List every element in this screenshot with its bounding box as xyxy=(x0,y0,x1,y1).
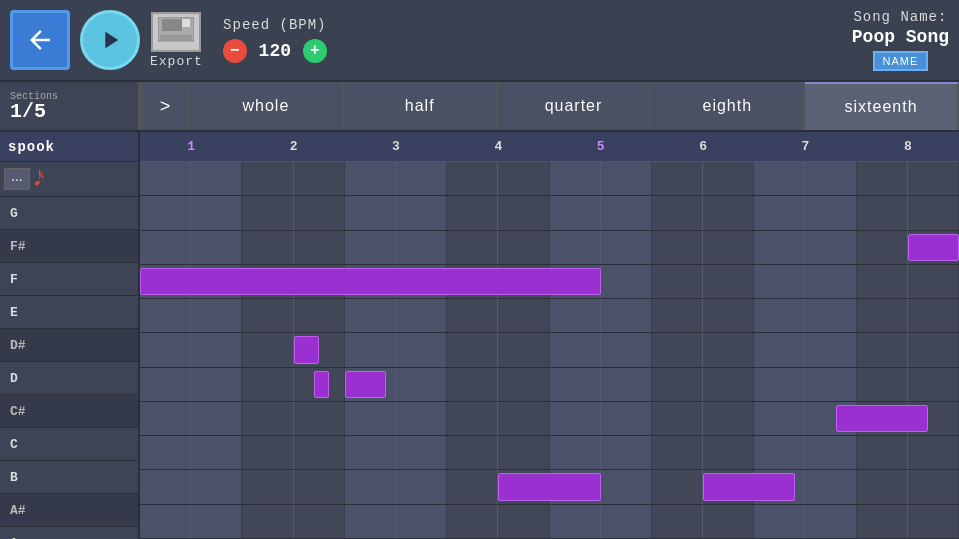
note-btn-half[interactable]: half xyxy=(344,82,498,130)
grid-cell[interactable] xyxy=(754,333,805,366)
grid-cell[interactable] xyxy=(140,162,191,195)
grid-cell[interactable] xyxy=(242,368,293,401)
grid-cell[interactable] xyxy=(601,231,652,264)
grid-cell[interactable] xyxy=(396,333,447,366)
grid-cell[interactable] xyxy=(498,505,549,538)
key-csharp[interactable]: C# xyxy=(0,395,138,428)
note-block[interactable] xyxy=(140,268,601,295)
back-button[interactable] xyxy=(10,10,70,70)
grid-cell[interactable] xyxy=(396,436,447,469)
grid-cell[interactable] xyxy=(652,196,703,229)
grid-cell[interactable] xyxy=(242,196,293,229)
grid-cell[interactable] xyxy=(754,265,805,298)
grid-row-fsharp[interactable] xyxy=(140,196,959,230)
grid-cell[interactable] xyxy=(652,368,703,401)
grid-cell[interactable] xyxy=(345,333,396,366)
track-options-button[interactable]: ··· xyxy=(4,168,30,190)
grid-cell[interactable] xyxy=(140,368,191,401)
grid-cell[interactable] xyxy=(396,162,447,195)
grid-cell[interactable] xyxy=(550,436,601,469)
grid-cell[interactable] xyxy=(805,196,856,229)
grid-cell[interactable] xyxy=(601,436,652,469)
grid-cell[interactable] xyxy=(345,470,396,503)
note-block[interactable] xyxy=(498,473,600,500)
grid-cell[interactable] xyxy=(857,162,908,195)
grid-row-asharp[interactable] xyxy=(140,470,959,504)
grid-cell[interactable] xyxy=(140,196,191,229)
grid-cell[interactable] xyxy=(396,299,447,332)
grid-cell[interactable] xyxy=(754,402,805,435)
grid-cell[interactable] xyxy=(550,368,601,401)
grid-cell[interactable] xyxy=(857,333,908,366)
note-block[interactable] xyxy=(314,371,329,398)
grid-cell[interactable] xyxy=(140,231,191,264)
grid-cell[interactable] xyxy=(140,470,191,503)
grid-cell[interactable] xyxy=(498,299,549,332)
grid-cell[interactable] xyxy=(805,231,856,264)
grid-cell[interactable] xyxy=(396,505,447,538)
grid-cell[interactable] xyxy=(601,196,652,229)
note-block[interactable] xyxy=(908,234,959,261)
grid-cell[interactable] xyxy=(908,196,959,229)
grid-cell[interactable] xyxy=(805,265,856,298)
grid-row-c[interactable] xyxy=(140,402,959,436)
grid-cell[interactable] xyxy=(498,231,549,264)
grid-cell[interactable] xyxy=(754,505,805,538)
grid-cell[interactable] xyxy=(498,436,549,469)
grid-cell[interactable] xyxy=(345,196,396,229)
grid-cell[interactable] xyxy=(294,299,345,332)
grid-cell[interactable] xyxy=(652,402,703,435)
note-btn-quarter[interactable]: quarter xyxy=(498,82,652,130)
grid-cell[interactable] xyxy=(703,231,754,264)
grid-cell[interactable] xyxy=(703,162,754,195)
grid-cell[interactable] xyxy=(703,368,754,401)
grid-cell[interactable] xyxy=(294,436,345,469)
key-d[interactable]: D xyxy=(0,362,138,395)
grid-cell[interactable] xyxy=(550,162,601,195)
grid-row-e[interactable] xyxy=(140,265,959,299)
grid-cell[interactable] xyxy=(550,333,601,366)
grid-cell[interactable] xyxy=(703,505,754,538)
grid-cell[interactable] xyxy=(242,505,293,538)
grid-cell[interactable] xyxy=(550,196,601,229)
grid-cell[interactable] xyxy=(140,436,191,469)
key-a[interactable]: A xyxy=(0,527,138,539)
grid-cell[interactable] xyxy=(805,470,856,503)
section-next-button[interactable]: > xyxy=(140,82,190,130)
grid-cell[interactable] xyxy=(857,196,908,229)
grid-cell[interactable] xyxy=(294,231,345,264)
grid-cell[interactable] xyxy=(601,470,652,503)
note-block[interactable] xyxy=(836,405,928,432)
grid-cell[interactable] xyxy=(703,402,754,435)
grid-cell[interactable] xyxy=(498,333,549,366)
grid-row-b[interactable] xyxy=(140,436,959,470)
grid-cell[interactable] xyxy=(294,505,345,538)
grid-cell[interactable] xyxy=(242,436,293,469)
grid-cell[interactable] xyxy=(703,265,754,298)
grid-cell[interactable] xyxy=(652,505,703,538)
grid-cell[interactable] xyxy=(447,402,498,435)
grid-cell[interactable] xyxy=(601,368,652,401)
grid-cell[interactable] xyxy=(805,333,856,366)
grid-cell[interactable] xyxy=(703,436,754,469)
grid-cell[interactable] xyxy=(191,333,242,366)
grid-row-csharp[interactable] xyxy=(140,368,959,402)
grid-cell[interactable] xyxy=(191,436,242,469)
grid-cell[interactable] xyxy=(447,368,498,401)
grid-cell[interactable] xyxy=(294,470,345,503)
grid-cell[interactable] xyxy=(754,368,805,401)
export-label[interactable]: Export xyxy=(150,54,203,69)
grid-cell[interactable] xyxy=(857,505,908,538)
key-fsharp[interactable]: F# xyxy=(0,230,138,263)
key-b[interactable]: B xyxy=(0,461,138,494)
grid-cell[interactable] xyxy=(498,196,549,229)
grid-cell[interactable] xyxy=(498,402,549,435)
grid-cell[interactable] xyxy=(601,299,652,332)
grid-cell[interactable] xyxy=(754,299,805,332)
note-btn-whole[interactable]: whole xyxy=(190,82,344,130)
grid-cell[interactable] xyxy=(703,299,754,332)
key-asharp[interactable]: A# xyxy=(0,494,138,527)
grid-cell[interactable] xyxy=(908,299,959,332)
grid-cell[interactable] xyxy=(754,196,805,229)
grid-cell[interactable] xyxy=(550,231,601,264)
